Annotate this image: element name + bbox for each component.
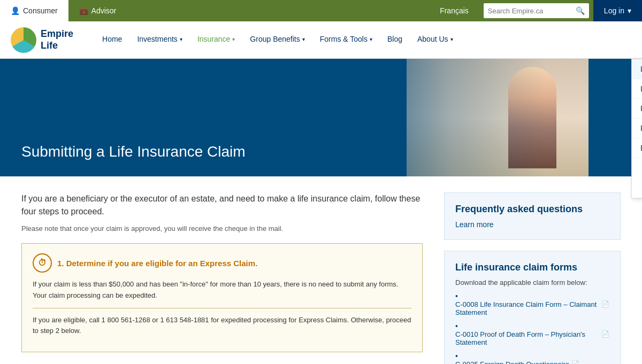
form-item-3: C-0025 Foreign Death Questionnaire 📄 [455,352,609,364]
content-sidebar: Frequently asked questions Learn more Li… [444,192,621,364]
hero-title: Submitting a Life Insurance Claim [21,143,246,160]
nav-group-benefits[interactable]: Group Benefits ▾ [242,21,312,59]
content-main: If you are a beneficiary or the executor… [21,192,423,364]
insurance-caret: ▾ [232,36,235,42]
logo-icon [11,27,36,53]
step1-divider [33,308,411,308]
claim-forms-list: C-0008 Life Insurance Claim Form – Claim… [455,292,609,364]
dd-life-insurance[interactable]: Life Insurance › [632,59,642,79]
nav-insurance[interactable]: Insurance ▾ [190,21,242,59]
faq-card: Frequently asked questions Learn more [444,192,621,240]
advisor-button[interactable]: 💼 Advisor [68,0,127,21]
nav-blog[interactable]: Blog [380,21,410,59]
nav-about-us[interactable]: About Us ▾ [410,21,461,59]
logo[interactable]: Empire Life [11,27,73,53]
forms-title: Life insurance claim forms [455,262,609,273]
step1-desc2: If you are eligible, call 1 800 561-1268… [33,315,411,337]
form-link-2[interactable]: C-0010 Proof of Death Form – Physician's… [455,330,609,346]
francais-button[interactable]: Français [429,6,479,15]
advisor-label: Advisor [91,6,117,15]
step1-title-container: ⏱ 1. Determine if you are eligible for a… [33,253,411,273]
express-claim-icon: ⏱ [33,253,52,273]
faq-title: Frequently asked questions [455,204,609,215]
hero-container: Submitting a Life Insurance Claim Life I… [0,59,642,176]
dd-find-advisor[interactable]: Find an Adv... [632,119,642,138]
search-icon[interactable]: 🔍 [576,6,585,15]
consumer-button[interactable]: 👤 Consumer [0,0,68,21]
step1-box: ⏱ 1. Determine if you are eligible for a… [21,243,423,352]
pdf-icon-2: 📄 [601,330,609,338]
forms-desc: Download the applicable claim form below… [455,278,609,286]
step1-title: 1. Determine if you are eligible for an … [57,259,257,268]
about-us-caret: ▾ [450,36,453,42]
faq-link[interactable]: Learn more [455,220,494,229]
dd-living-benefits[interactable]: Living Bene... [632,79,642,99]
form-item-1: C-0008 Life Insurance Claim Form – Claim… [455,292,609,316]
note-text: Please note that once your claim is appr… [21,224,423,233]
logo-text: Empire Life [41,28,73,51]
forms-card: Life insurance claim forms Download the … [444,251,621,364]
forms-tools-caret: ▾ [370,36,372,42]
user-icon: 👤 [11,6,20,15]
investments-caret: ▾ [180,36,182,42]
login-button[interactable]: Log in ▾ [593,0,642,21]
nav-investments[interactable]: Investments ▾ [129,21,189,59]
pdf-icon-3: 📄 [571,360,579,364]
insurance-dropdown: Life Insurance › Living Bene... Risk and… [631,59,642,198]
login-caret: ▾ [628,6,631,15]
step1-desc1: If your claim is less than $50,000 and h… [33,279,411,301]
form-link-1[interactable]: C-0008 Life Insurance Claim Form – Claim… [455,300,609,316]
nav-bar: Empire Life Home Investments ▾ Insurance… [0,21,642,59]
form-link-3[interactable]: C-0025 Foreign Death Questionnaire 📄 [455,360,609,364]
search-box: 🔍 [484,3,589,18]
consumer-label: Consumer [23,6,58,15]
login-label: Log in [604,6,624,15]
main-nav: Home Investments ▾ Insurance ▾ Group Ben… [95,21,631,58]
dd-risk-need[interactable]: Risk and Ne... [632,99,642,119]
dd-buy-now[interactable]: Buy Now [632,138,642,158]
form-item-2: C-0010 Proof of Death Form – Physician's… [455,322,609,346]
top-bar: 👤 Consumer 💼 Advisor Français 🔍 Log in ▾ [0,0,642,21]
search-input[interactable] [488,7,574,15]
content-area: If you are a beneficiary or the executor… [0,176,642,364]
briefcase-icon: 💼 [79,6,88,15]
nav-home[interactable]: Home [95,21,129,59]
top-bar-left: 👤 Consumer 💼 Advisor [0,0,127,21]
top-bar-right: Français 🔍 Log in ▾ [429,0,642,21]
pdf-icon-1: 📄 [601,300,609,308]
group-benefits-caret: ▾ [302,36,305,42]
dropdown-overlay: Life Insurance › Living Bene... Risk and… [316,59,642,198]
nav-forms-tools[interactable]: Forms & Tools ▾ [312,21,380,59]
